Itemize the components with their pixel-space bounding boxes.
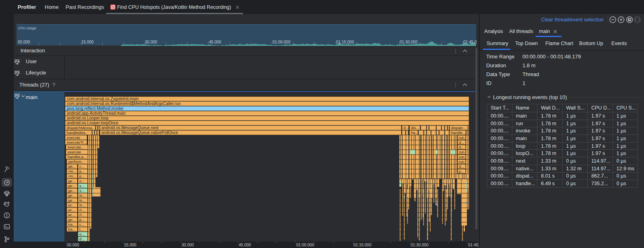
svg-text:in...: in... — [79, 198, 85, 203]
svg-text:ge...: ge... — [68, 179, 76, 183]
svg-text:ac...: ac... — [68, 208, 75, 212]
svg-text:ge...: ge... — [68, 184, 76, 188]
svg-text:ac...: ac... — [68, 203, 75, 207]
svg-text:handle...: handle... — [451, 130, 466, 135]
svg-text:ac...: ac... — [68, 213, 75, 217]
svg-text:android.os.MessageQueue.native: android.os.MessageQueue.nativePollOnce — [101, 130, 178, 135]
svg-text:java.lang.reflect.Method.invok: java.lang.reflect.Method.invoke — [66, 106, 124, 111]
svg-text:execute: execute — [67, 135, 80, 140]
svg-text:t...: t... — [79, 227, 84, 231]
svg-text:ge...: ge... — [68, 198, 76, 203]
svg-text:handleLa...: handleLa... — [68, 155, 87, 159]
svg-text:in...: in... — [79, 193, 85, 198]
svg-text:s...: s... — [79, 188, 85, 193]
svg-text:com.android.internal.os.Zygote: com.android.internal.os.ZygoteInit.main — [67, 97, 138, 101]
svg-text:run: run — [459, 155, 464, 159]
svg-text:ge...: ge... — [68, 217, 76, 222]
svg-text:p...: p... — [79, 169, 85, 174]
svg-text:android.os.MessageQueue.next: android.os.MessageQueue.next — [101, 126, 159, 130]
svg-text:android.app.ActivityThread.mai: android.app.ActivityThread.main — [67, 111, 126, 116]
svg-text:run: run — [459, 150, 464, 154]
svg-text:perform...: perform... — [68, 159, 85, 164]
svg-text:dispatchMessa...: dispatchMessa... — [67, 126, 95, 130]
svg-text:dis...: dis... — [411, 126, 419, 130]
svg-text:handleMes...: handleMes... — [67, 130, 89, 135]
svg-text:s...: s... — [79, 184, 85, 188]
svg-text:d...: d... — [459, 164, 464, 169]
svg-text:executeTr...: executeTr... — [67, 140, 87, 145]
svg-text:execute...: execute... — [68, 145, 84, 149]
svg-text:<in...: <in... — [68, 174, 76, 178]
svg-text:<in...: <in... — [68, 169, 76, 174]
svg-text:ge...: ge... — [68, 188, 76, 193]
svg-text:att...: att... — [68, 164, 75, 169]
svg-text:p...: p... — [459, 169, 464, 174]
svg-text:d...: d... — [79, 237, 85, 241]
svg-text:com.android.internal.os.Runtim: com.android.internal.os.RuntimeInit$Meth… — [67, 101, 181, 106]
svg-text:ha...: ha... — [411, 130, 419, 135]
svg-text:c...: c... — [79, 164, 85, 169]
svg-text:d...: d... — [459, 145, 464, 149]
svg-text:dispatc...: dispatc... — [451, 126, 466, 130]
svg-text:execute: execute — [68, 150, 81, 154]
svg-text:run: run — [459, 159, 464, 164]
svg-text:p...: p... — [79, 217, 85, 222]
svg-text:tra...: tra... — [68, 227, 76, 231]
svg-text:android.os.Looper.loop: android.os.Looper.loop — [67, 116, 109, 120]
svg-text:rl...: rl... — [79, 208, 85, 212]
svg-text:in...: in... — [79, 203, 85, 207]
svg-text:run: run — [459, 135, 464, 140]
svg-text:o...: o... — [79, 179, 85, 183]
svg-text:ge...: ge... — [68, 193, 76, 198]
svg-text:c...: c... — [79, 222, 85, 227]
svg-text:tra...: tra... — [68, 222, 76, 227]
svg-text:d...: d... — [459, 140, 464, 145]
svg-text:android.os.Looper.loopOnce: android.os.Looper.loopOnce — [67, 121, 118, 125]
svg-text:d...: d... — [404, 126, 409, 130]
svg-text:rl...: rl... — [79, 213, 85, 217]
svg-text:p...: p... — [79, 174, 85, 178]
svg-text:o...: o... — [79, 232, 85, 236]
